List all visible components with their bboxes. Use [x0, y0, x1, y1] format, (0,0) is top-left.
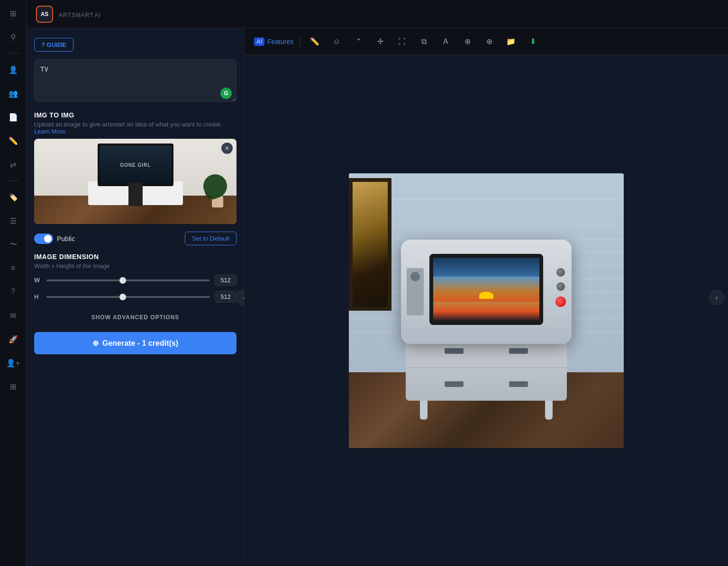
text-icon-btn[interactable]: A	[438, 34, 453, 49]
emoji-icon-btn[interactable]: ☺	[329, 34, 344, 49]
tv-knobs	[555, 268, 566, 307]
width-value: 512	[215, 274, 237, 286]
img-to-img-section: IMG TO IMG Upload an image to give artsm…	[34, 111, 237, 224]
wall-frame	[349, 178, 391, 311]
nav-tag-icon[interactable]: 🏷️	[6, 189, 21, 205]
public-toggle-label: Public	[34, 234, 75, 244]
plant	[208, 170, 227, 207]
header: AS ARTSMARTAI	[27, 0, 728, 28]
height-value: 512	[215, 291, 237, 303]
width-slider[interactable]	[46, 279, 210, 281]
tv-knob-top	[556, 268, 565, 277]
canvas-area: AI Features ✏️ ☺ ⌃ ✛ ⛶ ⧉ A ⊕ ⊕ 📁 ⬇ ›	[245, 28, 728, 566]
image-dimension-subtitle: Width x Height of the image	[34, 262, 237, 270]
collapse-sidebar-button[interactable]: ‹	[236, 289, 245, 306]
nav-table-icon[interactable]: ⊞	[6, 379, 21, 394]
speaker	[128, 182, 143, 206]
nav-waves-icon[interactable]: 〜	[6, 237, 21, 252]
header-brand: ARTSMARTAI	[58, 9, 101, 19]
folder-icon-btn[interactable]: 📁	[503, 34, 519, 49]
tv-screen-text: GONE GIRL	[100, 145, 172, 184]
guide-button[interactable]: ? GUIDE	[34, 38, 73, 52]
img-to-img-subtitle-text: Upload an image to give artsmart an idea…	[34, 121, 222, 128]
dresser-handle-bottom-right	[509, 381, 528, 387]
header-logo: AS ARTSMARTAI	[36, 6, 101, 23]
nav-document-icon[interactable]: 📄	[6, 109, 21, 125]
public-toggle-row: Public Set to Default	[34, 232, 237, 245]
show-advanced-button[interactable]: SHOW ADVANCED OPTIONS	[34, 310, 237, 324]
prompt-input[interactable]: TV	[34, 59, 237, 102]
img-to-img-title: IMG TO IMG	[34, 111, 237, 119]
toolbar-divider-1	[300, 36, 300, 47]
features-label[interactable]: AI Features	[254, 37, 293, 46]
dresser-handle-bottom-left	[445, 381, 464, 387]
remove-image-button[interactable]: ✕	[221, 143, 233, 154]
height-slider-row: H 512	[34, 291, 237, 303]
zoom-in-icon-btn[interactable]: ⊕	[460, 34, 475, 49]
move-icon-btn[interactable]: ✛	[373, 34, 388, 49]
tv-screen	[429, 254, 543, 325]
prompt-wrapper: TV G	[34, 59, 237, 104]
left-nav: ⊞ ⚲ 👤 👥 📄 ✏️ ⇄ 🏷️ ☰ 〜 ≡ ? ✉ 🚀 👤+ ⊞	[0, 0, 27, 566]
tv-set: GONE GIRL	[98, 144, 173, 186]
nav-arrows-icon[interactable]: ⇄	[6, 157, 21, 172]
img-upload-area[interactable]: GONE GIRL ✕	[34, 139, 237, 224]
add-icon-btn[interactable]: ⊕	[482, 34, 497, 49]
nav-users-icon[interactable]: 👥	[6, 86, 21, 101]
grammarly-icon: G	[220, 88, 232, 99]
nav-user-icon[interactable]: 👤	[6, 62, 21, 77]
crop-icon-btn[interactable]: ⛶	[394, 34, 410, 49]
img-to-img-subtitle: Upload an image to give artsmart an idea…	[34, 121, 237, 135]
generated-image	[349, 173, 624, 448]
brand-name: ARTSMART	[59, 12, 94, 18]
dresser	[406, 334, 567, 401]
header-logo-box: AS	[36, 6, 53, 23]
tv-speaker-left	[407, 268, 424, 315]
generate-plus-icon: ⊕	[92, 339, 99, 348]
sidebar-panel: ? GUIDE TV G IMG TO IMG Upload an image …	[27, 28, 245, 566]
features-text: Features	[267, 38, 293, 45]
generate-label: Generate - 1 credit(s)	[102, 339, 178, 348]
tv-sun	[479, 292, 493, 299]
public-toggle[interactable]	[34, 234, 53, 244]
width-slider-row: W 512	[34, 274, 237, 286]
ai-badge: AI	[254, 37, 264, 46]
download-icon-btn[interactable]: ⬇	[525, 34, 540, 49]
nav-mail-icon[interactable]: ✉	[6, 308, 21, 323]
uploaded-image: GONE GIRL	[34, 139, 237, 224]
nav-question-icon[interactable]: ?	[6, 284, 21, 299]
nav-grid-icon[interactable]: ⊞	[6, 6, 21, 21]
height-slider-label: H	[34, 293, 42, 300]
canvas-toolbar: AI Features ✏️ ☺ ⌃ ✛ ⛶ ⧉ A ⊕ ⊕ 📁 ⬇ ›	[245, 28, 728, 55]
nav-brush-icon[interactable]: ✏️	[6, 133, 21, 148]
width-slider-label: W	[34, 277, 42, 284]
nav-bullet-list-icon[interactable]: ≡	[6, 261, 21, 276]
canvas-viewport	[245, 55, 728, 566]
edit-icon-btn[interactable]: ✏️	[307, 34, 322, 49]
dresser-handle-top-right	[509, 348, 528, 354]
tv-body	[401, 240, 572, 344]
nav-search-icon[interactable]: ⚲	[6, 29, 21, 45]
learn-more-link[interactable]: Learn More	[34, 128, 65, 135]
dresser-handle-top-left	[445, 348, 464, 354]
set-default-button[interactable]: Set to Default	[185, 232, 237, 245]
generate-button[interactable]: ⊕ Generate - 1 credit(s)	[34, 332, 237, 354]
arrow-up-icon-btn[interactable]: ⌃	[351, 34, 366, 49]
brand-suffix: AI	[95, 12, 101, 18]
nav-rocket-icon[interactable]: 🚀	[6, 332, 21, 347]
nav-divider-1	[8, 53, 19, 54]
layers-icon-btn[interactable]: ⧉	[416, 34, 431, 49]
image-dimension-section: IMAGE DIMENSION Width x Height of the im…	[34, 253, 237, 303]
tv-knob-middle	[556, 282, 565, 291]
public-label-text: Public	[57, 235, 75, 243]
nav-user-plus-icon[interactable]: 👤+	[6, 355, 21, 370]
tv-knob-red	[555, 296, 566, 307]
main-content: ? GUIDE TV G IMG TO IMG Upload an image …	[27, 28, 728, 566]
nav-list-icon[interactable]: ☰	[6, 213, 21, 228]
height-slider[interactable]	[46, 296, 210, 298]
image-dimension-title: IMAGE DIMENSION	[34, 253, 237, 261]
nav-divider-2	[8, 180, 19, 181]
